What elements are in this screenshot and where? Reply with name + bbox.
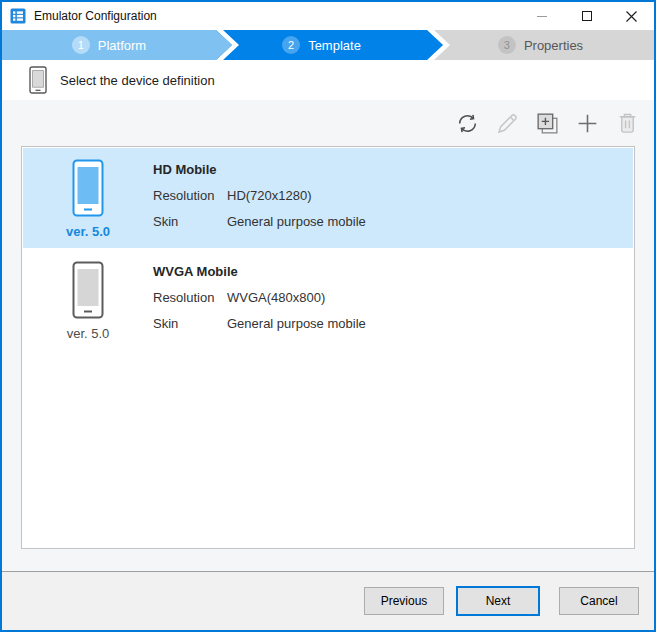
step-template[interactable]: 2 Template: [216, 30, 427, 60]
device-definition-list: ver. 5.0 HD Mobile Resolution HD(720x128…: [21, 146, 635, 549]
device-version: ver. 5.0: [67, 326, 110, 341]
spec-label: Resolution: [153, 290, 227, 305]
device-item-hd-mobile[interactable]: ver. 5.0 HD Mobile Resolution HD(720x128…: [23, 148, 633, 248]
device-icon-column: ver. 5.0: [23, 250, 153, 350]
edit-button[interactable]: [493, 109, 521, 137]
next-button[interactable]: Next: [456, 586, 540, 616]
title-bar: Emulator Configuration: [2, 2, 654, 30]
step-number-badge: 2: [282, 36, 300, 54]
device-phone-icon: [29, 66, 47, 94]
spec-label: Resolution: [153, 188, 227, 203]
add-icon: [574, 110, 601, 137]
page-subheader: Select the device definition: [2, 60, 654, 100]
step-label: Template: [308, 38, 361, 53]
minimize-button[interactable]: [519, 2, 564, 30]
spec-value: General purpose mobile: [227, 214, 366, 229]
maximize-icon: [582, 11, 592, 21]
step-number-badge: 3: [498, 36, 516, 54]
cancel-button[interactable]: Cancel: [559, 587, 639, 615]
spec-value: WVGA(480x800): [227, 290, 325, 305]
close-icon: [626, 11, 637, 22]
maximize-button[interactable]: [564, 2, 609, 30]
clone-button[interactable]: [533, 109, 561, 137]
edit-pencil-icon: [494, 110, 521, 137]
spec-row-skin: Skin General purpose mobile: [153, 214, 366, 229]
spec-value: HD(720x1280): [227, 188, 312, 203]
phone-wvga-icon: [72, 261, 104, 319]
device-item-wvga-mobile[interactable]: ver. 5.0 WVGA Mobile Resolution WVGA(480…: [23, 250, 633, 350]
refresh-button[interactable]: [453, 109, 481, 137]
refresh-icon: [454, 110, 481, 137]
close-button[interactable]: [609, 2, 654, 30]
delete-trash-icon: [614, 110, 641, 137]
clone-icon: [534, 110, 561, 137]
device-name: HD Mobile: [153, 162, 366, 177]
step-platform[interactable]: 1 Platform: [2, 30, 216, 60]
spec-value: General purpose mobile: [227, 316, 366, 331]
main-panel: ver. 5.0 HD Mobile Resolution HD(720x128…: [2, 100, 654, 571]
device-icon-column: ver. 5.0: [23, 148, 153, 248]
device-version: ver. 5.0: [66, 224, 110, 239]
spec-label: Skin: [153, 214, 227, 229]
previous-button[interactable]: Previous: [364, 587, 444, 615]
device-name: WVGA Mobile: [153, 264, 366, 279]
footer-button-bar: Previous Next Cancel: [2, 572, 654, 630]
step-number-badge: 1: [72, 36, 90, 54]
add-button[interactable]: [573, 109, 601, 137]
app-icon: [10, 8, 26, 24]
spec-row-skin: Skin General purpose mobile: [153, 316, 366, 331]
device-details: WVGA Mobile Resolution WVGA(480x800) Ski…: [153, 250, 366, 350]
step-label: Platform: [98, 38, 146, 53]
step-properties[interactable]: 3 Properties: [427, 30, 654, 60]
minimize-icon: [537, 16, 547, 17]
page-subtitle: Select the device definition: [60, 73, 215, 88]
step-label: Properties: [524, 38, 583, 53]
spec-row-resolution: Resolution WVGA(480x800): [153, 290, 366, 305]
window-title: Emulator Configuration: [34, 9, 157, 23]
spec-label: Skin: [153, 316, 227, 331]
device-toolbar: [2, 100, 654, 146]
spec-row-resolution: Resolution HD(720x1280): [153, 188, 366, 203]
delete-button[interactable]: [613, 109, 641, 137]
wizard-step-bar: 1 Platform 2 Template 3 Properties: [2, 30, 654, 60]
phone-hd-icon: [72, 159, 104, 217]
device-details: HD Mobile Resolution HD(720x1280) Skin G…: [153, 148, 366, 248]
